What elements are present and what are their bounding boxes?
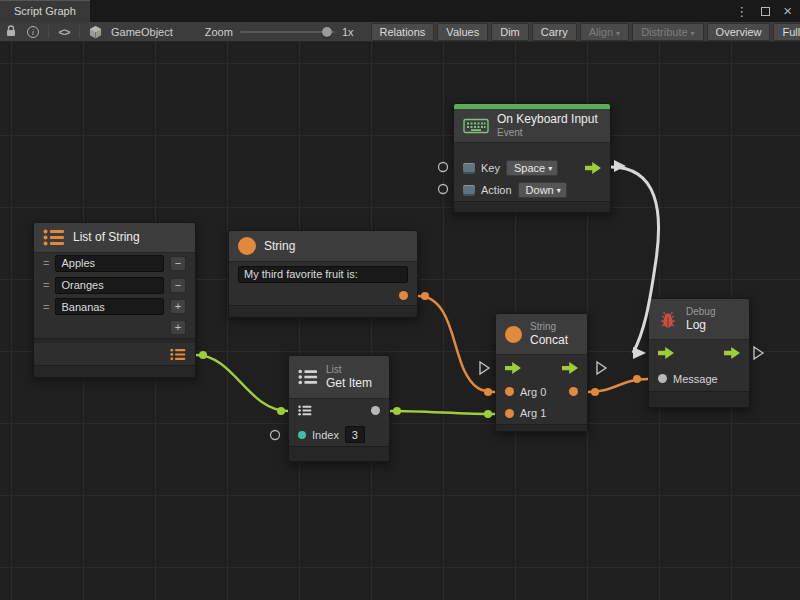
list-item-row: = − <box>34 274 195 296</box>
node-header[interactable]: On Keyboard Input Event <box>454 109 610 143</box>
add-item-button[interactable]: + <box>170 320 186 335</box>
remove-item-button[interactable]: + <box>170 299 186 314</box>
node-title: Concat <box>530 333 568 347</box>
zoom-slider-handle[interactable] <box>322 27 332 37</box>
list-icon <box>43 229 65 246</box>
wire-endpoint-dot <box>591 388 599 396</box>
flow-in-port[interactable] <box>505 362 521 374</box>
node-header[interactable]: String Concat <box>496 314 587 355</box>
action-external-port[interactable] <box>439 185 448 194</box>
graph-canvas[interactable]: On Keyboard Input Event Key Space ▾ Acti… <box>0 42 800 600</box>
node-concat[interactable]: String Concat Arg 0 Arg 1 <box>495 313 588 432</box>
carry-button[interactable]: Carry <box>532 23 577 41</box>
node-header[interactable]: String <box>229 231 417 262</box>
log-flow-out-marker[interactable] <box>754 347 763 359</box>
index-input[interactable] <box>345 426 365 443</box>
zoom-slider[interactable] <box>240 22 335 42</box>
script-graph-window: Script Graph ⋮ × i <> GameObject Zoom 1x… <box>0 0 800 600</box>
list-icon <box>298 369 318 385</box>
node-subtitle: Event <box>497 127 598 139</box>
message-input-port[interactable] <box>658 374 667 383</box>
flow-out-port[interactable] <box>585 162 601 174</box>
lock-icon[interactable] <box>0 22 22 42</box>
key-dropdown[interactable]: Space ▾ <box>506 160 558 176</box>
action-dropdown[interactable]: Down ▾ <box>518 182 567 198</box>
values-button[interactable]: Values <box>437 23 488 41</box>
list-output-row <box>34 343 195 365</box>
bug-icon <box>658 309 678 330</box>
flow-row <box>649 340 749 366</box>
list-item-input[interactable] <box>55 277 164 294</box>
wire-endpoint-dot <box>277 407 285 415</box>
list-item-row: = − <box>34 253 195 275</box>
key-external-port[interactable] <box>439 163 448 172</box>
keycap-icon <box>463 185 475 196</box>
index-external-port[interactable] <box>271 431 280 440</box>
node-footer <box>454 201 610 212</box>
string-value-input[interactable] <box>238 266 408 283</box>
node-on-keyboard-input[interactable]: On Keyboard Input Event Key Space ▾ Acti… <box>453 103 611 213</box>
list-input-row <box>289 399 389 423</box>
node-category: List <box>326 364 372 376</box>
wire-endpoint-dot <box>199 351 207 359</box>
chevron-down-icon: ▾ <box>691 29 695 38</box>
string-value-row <box>229 262 417 285</box>
result-output-port[interactable] <box>569 387 578 396</box>
window-menu-icon[interactable]: ⋮ <box>735 4 748 19</box>
remove-item-button[interactable]: − <box>170 256 186 271</box>
message-label: Message <box>673 373 718 385</box>
item-output-port[interactable] <box>371 406 380 415</box>
node-get-item[interactable]: List Get Item Index <box>288 355 390 462</box>
wire-end-arrow <box>633 347 646 359</box>
concat-flow-out-marker[interactable] <box>597 362 606 374</box>
node-list-of-string[interactable]: List of String = − = − = + + <box>33 222 196 378</box>
string-output-port[interactable] <box>399 291 408 300</box>
arg1-input-port[interactable] <box>505 409 514 418</box>
wire-endpoint-dot <box>421 292 429 300</box>
list-item-input[interactable] <box>55 255 164 272</box>
node-string-literal[interactable]: String <box>228 230 418 318</box>
arg0-input-port[interactable] <box>505 387 514 396</box>
window-tab[interactable]: Script Graph <box>0 0 90 22</box>
wire-getitem-to-concat <box>390 411 495 414</box>
wire-concat-to-log <box>588 379 648 392</box>
zoom-slider-track[interactable] <box>240 31 335 33</box>
key-port-row: Key Space ▾ <box>454 157 610 179</box>
node-header[interactable]: Debug Log <box>649 299 749 340</box>
concat-flow-in-marker[interactable] <box>480 362 489 374</box>
code-icon[interactable]: <> <box>53 22 75 42</box>
info-icon[interactable]: i <box>22 22 44 42</box>
list-output-port[interactable] <box>170 348 186 361</box>
maximize-icon[interactable] <box>761 7 770 16</box>
keyboard-icon <box>463 116 489 135</box>
toolbar-separator <box>79 25 80 38</box>
gameobject-label[interactable]: GameObject <box>111 26 173 38</box>
drag-handle-icon[interactable]: = <box>43 301 49 313</box>
dim-button[interactable]: Dim <box>491 23 529 41</box>
distribute-button: Distribute▾ <box>632 23 703 41</box>
message-input-row: Message <box>649 366 749 392</box>
flow-out-port[interactable] <box>724 347 740 359</box>
fullscreen-button[interactable]: Full Scre <box>773 23 800 41</box>
node-footer <box>649 391 749 407</box>
zoom-value: 1x <box>342 26 354 38</box>
wire-list-to-getitem <box>196 355 288 411</box>
close-icon[interactable]: × <box>783 5 792 17</box>
flow-row <box>496 355 587 381</box>
node-header[interactable]: List Get Item <box>289 356 389 399</box>
node-debug-log[interactable]: Debug Log Message <box>648 298 750 408</box>
list-item-input[interactable] <box>55 298 164 315</box>
list-input-port[interactable] <box>298 405 312 416</box>
action-dropdown-value: Down <box>526 184 554 196</box>
drag-handle-icon[interactable]: = <box>43 279 49 291</box>
flow-in-port[interactable] <box>658 347 674 359</box>
node-header[interactable]: List of String <box>34 223 195 253</box>
overview-button[interactable]: Overview <box>707 23 771 41</box>
unity-cube-icon <box>84 22 106 42</box>
flow-out-port[interactable] <box>562 362 578 374</box>
index-input-port[interactable] <box>298 431 306 439</box>
titlebar-spacer <box>90 0 735 22</box>
relations-button[interactable]: Relations <box>371 23 435 41</box>
remove-item-button[interactable]: − <box>170 278 186 293</box>
drag-handle-icon[interactable]: = <box>43 257 49 269</box>
